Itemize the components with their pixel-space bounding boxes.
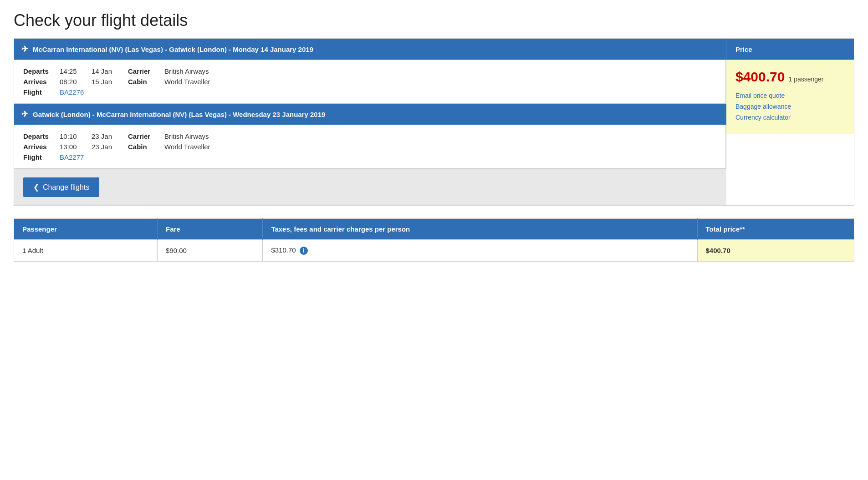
- flight-1-header-row: ✈ McCarran International (NV) (Las Vegas…: [14, 39, 854, 60]
- price-header: Price: [726, 40, 854, 59]
- departs-time-2: 10:10: [60, 132, 92, 140]
- departs-label-1: Departs: [23, 67, 60, 75]
- cabin-label-1: Cabin: [128, 78, 164, 86]
- flight-details-table: ✈ McCarran International (NV) (Las Vegas…: [14, 38, 854, 206]
- chevron-left-icon: ❮: [33, 183, 39, 192]
- col-passenger: Passenger: [14, 219, 158, 240]
- arrives-date-1: 15 Jan: [92, 78, 128, 86]
- departs-date-2: 23 Jan: [92, 132, 128, 140]
- carrier-label-1: Carrier: [128, 67, 164, 75]
- flight-1-details-row: Departs 14:25 14 Jan Carrier British Air…: [14, 60, 854, 104]
- flight-1-info: Departs 14:25 14 Jan Carrier British Air…: [14, 60, 726, 103]
- taxes-value: $310.70 i: [263, 240, 697, 262]
- plane-icon-2: ✈: [21, 109, 28, 119]
- cabin-value-1: World Traveller: [164, 78, 718, 86]
- flight-1-header: ✈ McCarran International (NV) (Las Vegas…: [14, 39, 726, 60]
- flight-label-2: Flight: [23, 153, 60, 161]
- taxes-info-icon[interactable]: i: [300, 247, 308, 255]
- flight-link-2[interactable]: BA2277: [60, 153, 84, 161]
- flight-link-1[interactable]: BA2276: [60, 88, 84, 96]
- carrier-label-2: Carrier: [128, 132, 164, 140]
- arrives-label-1: Arrives: [23, 78, 60, 86]
- arrives-label-2: Arrives: [23, 143, 60, 151]
- col-fare: Fare: [158, 219, 263, 240]
- page-title: Check your flight details: [14, 11, 854, 30]
- pricing-data-row: 1 Adult $90.00 $310.70 i $400.70: [14, 240, 854, 262]
- change-flights-button[interactable]: ❮ Change flights: [23, 177, 99, 197]
- price-passengers: 1 passenger: [788, 76, 823, 83]
- currency-calculator-link[interactable]: Currency calculator: [735, 114, 845, 121]
- flight-number-1: BA2276: [60, 88, 718, 96]
- change-flights-label: Change flights: [43, 183, 89, 192]
- fare-value: $90.00: [158, 240, 263, 262]
- total-value: $400.70: [697, 240, 854, 262]
- price-row: $400.70 1 passenger: [735, 69, 845, 85]
- flight-2-header: ✈ Gatwick (London) - McCarran Internatio…: [14, 104, 726, 125]
- col-taxes: Taxes, fees and carrier charges per pers…: [263, 219, 697, 240]
- col-total: Total price**: [697, 219, 854, 240]
- carrier-value-2: British Airways: [164, 132, 718, 140]
- departs-time-1: 14:25: [60, 67, 92, 75]
- price-amount: $400.70: [735, 69, 785, 85]
- flight-2-info: Departs 10:10 23 Jan Carrier British Air…: [14, 125, 726, 168]
- arrives-date-2: 23 Jan: [92, 143, 128, 151]
- arrives-time-1: 08:20: [60, 78, 92, 86]
- change-flights-bar: ❮ Change flights: [14, 169, 726, 205]
- pricing-table: Passenger Fare Taxes, fees and carrier c…: [14, 218, 854, 262]
- cabin-value-2: World Traveller: [164, 143, 718, 151]
- flight-2-grid: Departs 10:10 23 Jan Carrier British Air…: [23, 132, 718, 161]
- plane-icon-1: ✈: [21, 44, 28, 54]
- flight-2-route: Gatwick (London) - McCarran Internationa…: [33, 111, 325, 118]
- flight-1-grid: Departs 14:25 14 Jan Carrier British Air…: [23, 67, 718, 96]
- email-price-quote-link[interactable]: Email price quote: [735, 92, 845, 99]
- flight-1-route: McCarran International (NV) (Las Vegas) …: [33, 45, 313, 53]
- flight-number-2: BA2277: [60, 153, 718, 161]
- arrives-time-2: 13:00: [60, 143, 92, 151]
- price-panel: $400.70 1 passenger Email price quote Ba…: [726, 60, 854, 134]
- flight-label-1: Flight: [23, 88, 60, 96]
- baggage-allowance-link[interactable]: Baggage allowance: [735, 103, 845, 110]
- departs-label-2: Departs: [23, 132, 60, 140]
- departs-date-1: 14 Jan: [92, 67, 128, 75]
- carrier-value-1: British Airways: [164, 67, 718, 75]
- pricing-header-row: Passenger Fare Taxes, fees and carrier c…: [14, 219, 854, 240]
- cabin-label-2: Cabin: [128, 143, 164, 151]
- passenger-value: 1 Adult: [14, 240, 158, 262]
